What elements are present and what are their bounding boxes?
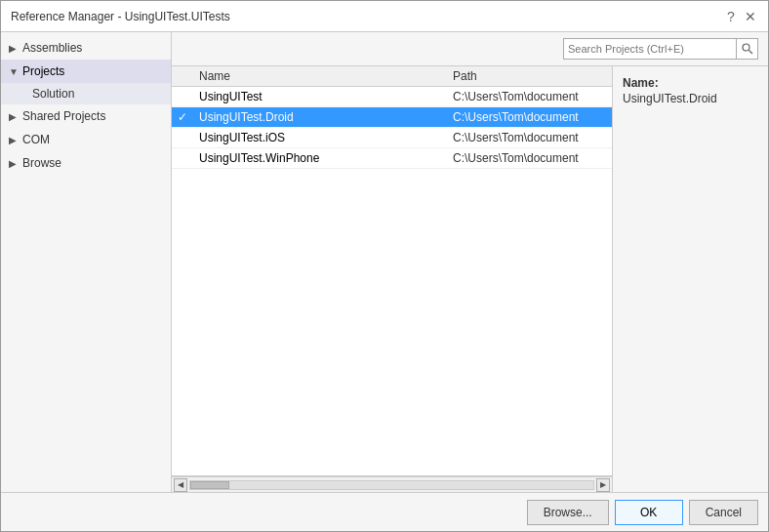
chevron-right-icon: ▶: [9, 43, 19, 54]
search-button[interactable]: [736, 38, 757, 60]
scroll-track[interactable]: [189, 480, 594, 490]
chevron-right-icon-shared: ▶: [9, 111, 19, 122]
svg-point-0: [743, 44, 749, 51]
table-row[interactable]: UsingUITest C:\Users\Tom\document: [172, 87, 612, 107]
col-header-check: [172, 66, 193, 86]
dialog-body: ▶ Assemblies ▼ Projects Solution ▶ Share…: [1, 32, 768, 492]
svg-line-1: [749, 51, 752, 55]
side-panel: Name: UsingUITest.Droid: [612, 66, 768, 492]
sidebar: ▶ Assemblies ▼ Projects Solution ▶ Share…: [1, 32, 172, 492]
scroll-left-button[interactable]: ◀: [174, 478, 187, 492]
footer: Browse... OK Cancel: [1, 492, 768, 531]
horizontal-scrollbar: ◀ ▶: [172, 476, 612, 492]
title-bar: Reference Manager - UsingUITest.UITests …: [1, 1, 768, 32]
table-row[interactable]: UsingUITest.WinPhone C:\Users\Tom\docume…: [172, 148, 612, 169]
close-button[interactable]: ✕: [743, 9, 758, 24]
row-name-3: UsingUITest.iOS: [193, 128, 447, 147]
side-panel-name-value: UsingUITest.Droid: [623, 92, 758, 105]
row-name-4: UsingUITest.WinPhone: [193, 148, 447, 168]
sidebar-item-assemblies[interactable]: ▶ Assemblies: [1, 36, 171, 60]
row-path-4: C:\Users\Tom\document: [447, 148, 612, 168]
scroll-right-button[interactable]: ▶: [596, 478, 610, 492]
sidebar-item-assemblies-label: Assemblies: [22, 41, 82, 55]
row-checkbox-2[interactable]: ✓: [172, 110, 193, 124]
chevron-right-icon-com: ▶: [9, 135, 19, 145]
col-header-path: Path: [447, 66, 612, 86]
help-button[interactable]: ?: [723, 9, 739, 24]
row-path-1: C:\Users\Tom\document: [447, 87, 612, 106]
main-header: [172, 32, 768, 66]
content-area: Name Path UsingUITest C:\Users\Tom\docum…: [172, 66, 768, 492]
sidebar-subitem-solution[interactable]: Solution: [1, 83, 171, 104]
row-name-2: UsingUITest.Droid: [193, 107, 447, 127]
sidebar-item-com[interactable]: ▶ COM: [1, 128, 171, 151]
search-box: [563, 38, 758, 60]
sidebar-item-shared-label: Shared Projects: [22, 109, 105, 123]
table-row[interactable]: ✓ UsingUITest.Droid C:\Users\Tom\documen…: [172, 107, 612, 128]
side-panel-name-label: Name:: [623, 76, 758, 90]
sidebar-item-browse[interactable]: ▶ Browse: [1, 151, 171, 175]
sidebar-subitem-solution-label: Solution: [32, 87, 74, 101]
table-container: Name Path UsingUITest C:\Users\Tom\docum…: [172, 66, 612, 492]
dialog-title: Reference Manager - UsingUITest.UITests: [11, 10, 230, 23]
scroll-thumb[interactable]: [190, 481, 229, 489]
sidebar-item-shared-projects[interactable]: ▶ Shared Projects: [1, 104, 171, 128]
row-checkbox-3[interactable]: [172, 131, 193, 144]
title-bar-buttons: ? ✕: [723, 9, 758, 24]
sidebar-item-projects-label: Projects: [22, 64, 64, 78]
table-header: Name Path: [172, 66, 612, 87]
main-content: Name Path UsingUITest C:\Users\Tom\docum…: [172, 32, 768, 492]
table-row[interactable]: UsingUITest.iOS C:\Users\Tom\document: [172, 128, 612, 148]
browse-button[interactable]: Browse...: [527, 500, 609, 525]
reference-manager-dialog: Reference Manager - UsingUITest.UITests …: [0, 0, 769, 532]
col-header-name: Name: [193, 66, 447, 86]
row-name-1: UsingUITest: [193, 87, 447, 106]
sidebar-item-browse-label: Browse: [22, 156, 61, 170]
chevron-down-icon: ▼: [9, 66, 19, 77]
search-input[interactable]: [564, 41, 736, 57]
row-checkbox-1[interactable]: [172, 90, 193, 103]
search-icon: [742, 43, 753, 55]
chevron-right-icon-browse: ▶: [9, 158, 19, 169]
row-path-2: C:\Users\Tom\document: [447, 107, 612, 127]
ok-button[interactable]: OK: [615, 500, 683, 525]
sidebar-item-projects[interactable]: ▼ Projects: [1, 60, 171, 83]
sidebar-item-com-label: COM: [22, 133, 50, 146]
row-checkbox-4[interactable]: [172, 151, 193, 165]
cancel-button[interactable]: Cancel: [689, 500, 758, 525]
table-area: Name Path UsingUITest C:\Users\Tom\docum…: [172, 66, 612, 476]
row-path-3: C:\Users\Tom\document: [447, 128, 612, 147]
